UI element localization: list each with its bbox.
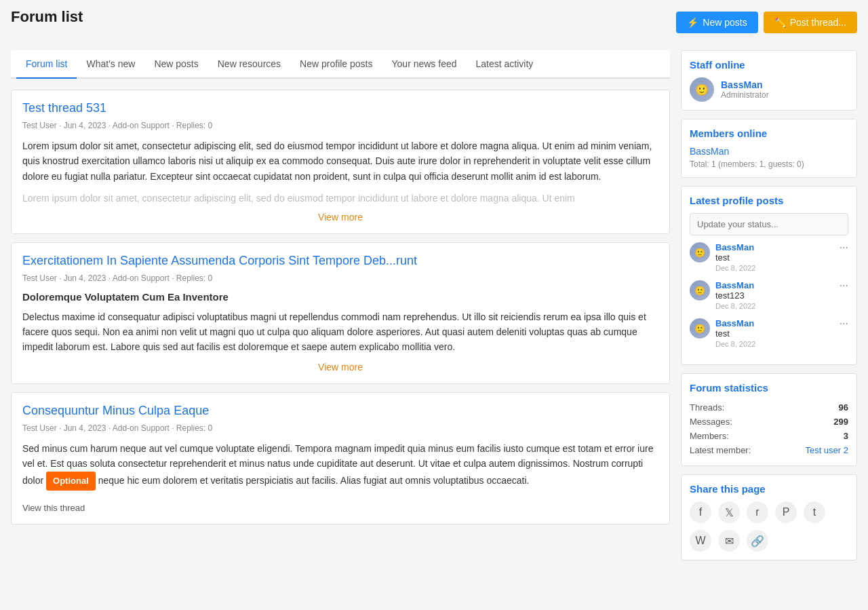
- staff-user: 🙂 BassMan Administrator: [690, 77, 848, 102]
- tab-latest-activity[interactable]: Latest activity: [467, 50, 543, 79]
- profile-post-text: test: [715, 328, 834, 339]
- more-options-icon[interactable]: ···: [840, 280, 848, 291]
- post-thread-button[interactable]: ✏️ Post thread...: [764, 12, 857, 33]
- tab-your-news-feed[interactable]: Your news feed: [382, 50, 467, 79]
- thread-title[interactable]: Exercitationem In Sapiente Assumenda Cor…: [22, 254, 658, 268]
- avatar: 🙂: [690, 280, 710, 301]
- thread-body: Sed minus cum harum neque aut vel cumque…: [22, 441, 658, 491]
- pinterest-icon[interactable]: P: [775, 501, 797, 523]
- stat-label: Threads:: [690, 402, 724, 413]
- profile-post-text: test123: [715, 290, 834, 301]
- share-this-page-title: Share this page: [690, 483, 848, 495]
- staff-user-name[interactable]: BassMan: [721, 79, 769, 90]
- tab-forum-list[interactable]: Forum list: [16, 50, 77, 79]
- members-online-title: Members online: [690, 128, 848, 139]
- latest-profile-posts-box: Latest profile posts 🙂 BassMan test Dec …: [681, 186, 857, 365]
- sidebar: Staff online 🙂 BassMan Administrator Mem…: [681, 50, 857, 560]
- avatar: 🙂: [690, 77, 714, 102]
- view-more-link[interactable]: View more: [22, 212, 658, 223]
- tab-whats-new[interactable]: What's new: [77, 50, 144, 79]
- link-icon[interactable]: 🔗: [747, 530, 768, 552]
- new-posts-button[interactable]: ⚡ New posts: [676, 12, 757, 33]
- more-options-icon[interactable]: ···: [840, 242, 848, 253]
- tumblr-icon[interactable]: t: [804, 501, 825, 523]
- forum-statistics-box: Forum statistics Threads: 96 Messages: 2…: [681, 373, 857, 466]
- members-total: Total: 1 (members: 1, guests: 0): [690, 159, 848, 169]
- staff-online-box: Staff online 🙂 BassMan Administrator: [681, 50, 857, 111]
- view-thread-link[interactable]: View this thread: [22, 503, 85, 513]
- profile-post: 🙂 BassMan test123 Dec 8, 2022 ···: [690, 280, 848, 310]
- thread-card: Consequuntur Minus Culpa Eaque Test User…: [11, 392, 670, 525]
- stat-value: 3: [844, 431, 848, 441]
- edit-icon: ✏️: [774, 17, 786, 28]
- optional-badge: Optional: [46, 472, 96, 491]
- stat-value: 299: [833, 417, 848, 427]
- profile-post: 🙂 BassMan test Dec 8, 2022 ···: [690, 242, 848, 272]
- profile-post-name[interactable]: BassMan: [715, 242, 834, 252]
- more-options-icon[interactable]: ···: [840, 318, 848, 329]
- thread-title[interactable]: Consequuntur Minus Culpa Eaque: [22, 404, 658, 418]
- thread-body: Lorem ipsum dolor sit amet, consectetur …: [22, 138, 658, 184]
- thread-body-fade: Lorem ipsum dolor sit amet, consectetur …: [22, 191, 658, 206]
- profile-post-name[interactable]: BassMan: [715, 318, 834, 328]
- latest-member-link[interactable]: Test user 2: [805, 445, 848, 455]
- staff-user-role: Administrator: [721, 90, 769, 100]
- stat-row: Threads: 96: [690, 400, 848, 415]
- profile-post-date: Dec 8, 2022: [715, 340, 834, 348]
- profile-post-name[interactable]: BassMan: [715, 280, 834, 290]
- reddit-icon[interactable]: r: [747, 501, 768, 523]
- whatsapp-icon[interactable]: W: [690, 530, 711, 552]
- thread-meta: Test User · Jun 4, 2023 · Add-on Support…: [22, 423, 658, 433]
- member-link[interactable]: BassMan: [690, 146, 848, 157]
- tab-new-resources[interactable]: New resources: [208, 50, 290, 79]
- thread-title[interactable]: Test thread 531: [22, 101, 658, 115]
- thread-meta: Test User · Jun 4, 2023 · Add-on Support…: [22, 121, 658, 130]
- mail-icon[interactable]: ✉: [718, 530, 740, 552]
- lightning-icon: ⚡: [687, 17, 698, 28]
- page-title: Forum list: [11, 8, 83, 26]
- thread-body: Delectus maxime id consequatur adipisci …: [22, 309, 658, 355]
- thread-subheading: Doloremque Voluptatem Cum Ea Inventore: [22, 291, 658, 303]
- thread-card: Test thread 531 Test User · Jun 4, 2023 …: [11, 90, 670, 234]
- profile-post-date: Dec 8, 2022: [715, 302, 834, 310]
- nav-tabs: Forum list What's new New posts New reso…: [11, 50, 670, 79]
- forum-statistics-title: Forum statistics: [690, 382, 848, 394]
- thread-card: Exercitationem In Sapiente Assumenda Cor…: [11, 242, 670, 384]
- stat-label: Latest member:: [690, 445, 751, 455]
- stat-value: 96: [839, 402, 848, 413]
- stat-row: Members: 3: [690, 429, 848, 443]
- twitter-icon[interactable]: 𝕏: [718, 501, 740, 523]
- profile-post-text: test: [715, 252, 834, 263]
- members-online-box: Members online BassMan Total: 1 (members…: [681, 119, 857, 178]
- facebook-icon[interactable]: f: [690, 501, 711, 523]
- tab-new-posts[interactable]: New posts: [144, 50, 208, 79]
- avatar: 🙂: [690, 242, 710, 263]
- share-this-page-box: Share this page f 𝕏 r P t W ✉ 🔗: [681, 474, 857, 560]
- avatar: 🙂: [690, 318, 710, 339]
- stat-label: Members:: [690, 431, 729, 441]
- profile-post: 🙂 BassMan test Dec 8, 2022 ···: [690, 318, 848, 348]
- thread-meta: Test User · Jun 4, 2023 · Add-on Support…: [22, 273, 658, 283]
- stat-label: Messages:: [690, 417, 732, 427]
- staff-online-title: Staff online: [690, 59, 848, 71]
- share-icons: f 𝕏 r P t W ✉ 🔗: [690, 501, 848, 552]
- stat-row: Messages: 299: [690, 415, 848, 429]
- view-more-link[interactable]: View more: [22, 362, 658, 373]
- status-input[interactable]: [690, 213, 848, 235]
- tab-new-profile-posts[interactable]: New profile posts: [290, 50, 382, 79]
- stat-row: Latest member: Test user 2: [690, 443, 848, 457]
- latest-profile-posts-title: Latest profile posts: [690, 195, 848, 206]
- profile-post-date: Dec 8, 2022: [715, 264, 834, 272]
